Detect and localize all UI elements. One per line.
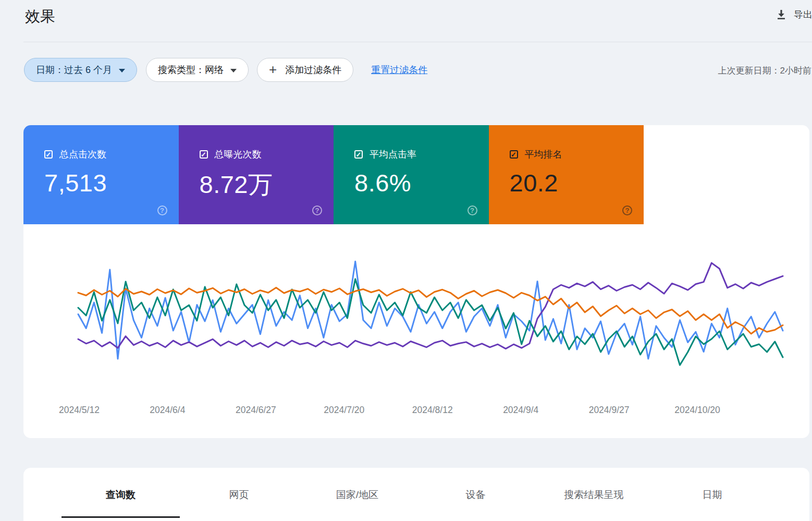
export-button[interactable]: 导出 (775, 8, 812, 21)
chevron-down-icon (119, 69, 125, 72)
x-axis-tick-label: 2024/7/20 (324, 405, 364, 415)
tab-countries[interactable]: 国家/地区 (298, 468, 416, 518)
tab-dates[interactable]: 日期 (653, 468, 771, 518)
reset-filters-link[interactable]: 重置过滤条件 (371, 64, 427, 76)
metric-card-impressions[interactable]: ✓总曝光次数8.72万? (179, 125, 334, 224)
help-icon[interactable]: ? (622, 205, 632, 215)
search-type-chip[interactable]: 搜索类型：网络 (146, 58, 249, 82)
metric-card-ctr[interactable]: ✓平均点击率8.6%? (334, 125, 489, 224)
filter-bar: 日期：过去 6 个月 搜索类型：网络 + 添加过滤条件 重置过滤条件 (24, 58, 427, 82)
date-filter-chip[interactable]: 日期：过去 6 个月 (24, 58, 137, 82)
add-filter-chip[interactable]: + 添加过滤条件 (257, 58, 353, 82)
x-axis-tick-label: 2024/9/4 (503, 405, 538, 415)
dimension-tabs: 查询数网页国家/地区设备搜索结果呈现日期 (23, 468, 809, 518)
dimensions-card: 查询数网页国家/地区设备搜索结果呈现日期 (23, 468, 809, 521)
search-type-label: 搜索类型：网络 (158, 64, 224, 76)
x-axis-tick-label: 2024/10/20 (674, 405, 720, 415)
tab-devices[interactable]: 设备 (416, 468, 535, 518)
x-axis-tick-label: 2024/8/12 (412, 405, 453, 415)
x-axis-tick-label: 2024/5/12 (59, 405, 100, 415)
metric-value: 8.72万 (200, 168, 334, 201)
add-filter-label: 添加过滤条件 (285, 64, 341, 76)
tab-queries[interactable]: 查询数 (61, 468, 180, 518)
download-icon (775, 8, 788, 21)
x-axis-tick-label: 2024/6/27 (236, 405, 276, 415)
chevron-down-icon (230, 69, 237, 72)
metric-card-clicks[interactable]: ✓总点击次数7,513? (23, 125, 179, 224)
last-updated-text: 上次更新日期：2小时前 (718, 65, 811, 77)
metrics-row: ✓总点击次数7,513?✓总曝光次数8.72万?✓平均点击率8.6%?✓平均排名… (23, 125, 809, 224)
metric-label: 总点击次数 (59, 148, 106, 161)
x-axis-tick-label: 2024/6/4 (150, 405, 185, 415)
metric-value: 8.6% (354, 168, 489, 197)
metric-label: 平均点击率 (370, 148, 416, 161)
date-filter-label: 日期：过去 6 个月 (36, 64, 112, 76)
export-label: 导出 (794, 8, 812, 21)
tab-search-appearance[interactable]: 搜索结果呈现 (535, 468, 653, 518)
tab-pages[interactable]: 网页 (180, 468, 298, 518)
page-title: 效果 (25, 6, 55, 27)
help-icon[interactable]: ? (467, 205, 477, 215)
metric-value: 7,513 (44, 168, 179, 197)
checkbox-checked-icon[interactable]: ✓ (510, 150, 518, 159)
metric-label: 总曝光次数 (215, 148, 262, 161)
header-divider (23, 42, 812, 42)
checkbox-checked-icon[interactable]: ✓ (44, 150, 53, 159)
plus-icon: + (269, 63, 277, 76)
metric-value: 20.2 (510, 168, 644, 197)
metric-card-position[interactable]: ✓平均排名20.2? (489, 125, 644, 224)
checkbox-checked-icon[interactable]: ✓ (200, 150, 208, 159)
x-axis-tick-label: 2024/9/27 (589, 405, 630, 415)
metric-label: 平均排名 (525, 148, 562, 161)
help-icon[interactable]: ? (157, 205, 167, 215)
performance-chart: 2024/5/122024/6/42024/6/272024/7/202024/… (23, 224, 809, 438)
checkbox-checked-icon[interactable]: ✓ (354, 150, 363, 159)
performance-card: ✓总点击次数7,513?✓总曝光次数8.72万?✓平均点击率8.6%?✓平均排名… (23, 125, 809, 438)
help-icon[interactable]: ? (312, 205, 322, 215)
